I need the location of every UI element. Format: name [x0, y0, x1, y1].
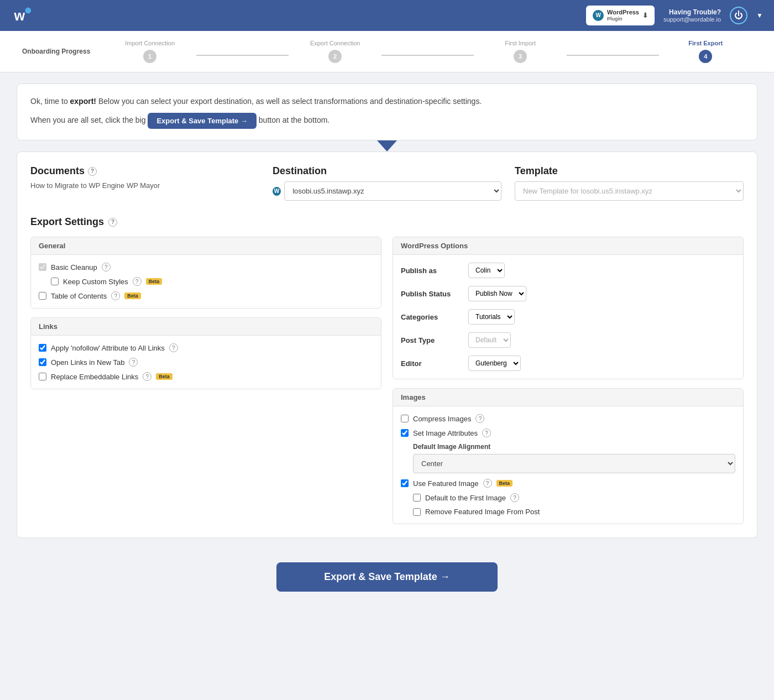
compress-images-help[interactable]: ?: [475, 414, 484, 423]
triangle-pointer-wrapper: [17, 140, 757, 152]
chevron-down-icon[interactable]: ▼: [756, 12, 763, 19]
power-button[interactable]: ⏻: [730, 7, 747, 24]
keep-custom-styles-help[interactable]: ?: [133, 277, 142, 286]
progress-label: Onboarding Progress: [22, 48, 90, 55]
table-of-contents-help[interactable]: ?: [111, 291, 120, 300]
keep-custom-styles-checkbox[interactable]: [51, 278, 59, 285]
images-group: Images Compress Images ? Set Image Attri…: [393, 388, 744, 524]
download-icon: ⬇: [642, 12, 648, 19]
template-title: Template: [515, 165, 744, 177]
right-settings-col: WordPress Options Publish as Colin Publi…: [393, 237, 744, 524]
use-featured-image-row: Use Featured Image ? Beta: [401, 479, 735, 488]
destination-select-wrapper: W losobi.us5.instawp.xyz: [273, 181, 501, 201]
app-logo: w: [11, 4, 33, 27]
settings-card: Documents ? How to Migrate to WP Engine …: [17, 152, 757, 538]
default-alignment-select-wrapper: Center Left Right None: [413, 454, 735, 473]
table-of-contents-row: Table of Contents ? Beta: [39, 291, 373, 300]
step-connector-1: [196, 55, 289, 56]
wp-btn-text: WordPress Plugin: [607, 9, 639, 22]
replace-embeddable-row: Replace Embeddable Links ? Beta: [39, 372, 373, 381]
use-featured-image-checkbox[interactable]: [401, 479, 409, 487]
table-of-contents-badge: Beta: [124, 292, 141, 299]
use-featured-image-badge: Beta: [496, 480, 513, 487]
basic-cleanup-help[interactable]: ?: [102, 263, 111, 271]
default-alignment-select[interactable]: Center Left Right None: [413, 454, 735, 473]
links-group: Links Apply 'nofollow' Attribute to All …: [30, 317, 381, 389]
replace-embeddable-badge: Beta: [156, 373, 172, 380]
compress-images-label: Compress Images: [413, 415, 471, 423]
ddt-row: Documents ? How to Migrate to WP Engine …: [30, 165, 744, 201]
general-body: Basic Cleanup ? Keep Custom Styles ? Bet…: [31, 255, 381, 308]
table-of-contents-label: Table of Contents: [51, 292, 107, 300]
left-settings-col: General Basic Cleanup ? Keep Custom Styl…: [30, 237, 381, 524]
categories-label: Categories: [401, 313, 462, 321]
replace-embeddable-help[interactable]: ?: [143, 372, 151, 381]
use-featured-image-label: Use Featured Image: [413, 479, 479, 488]
progress-steps: Import Connection 1 Export Connection 2 …: [103, 40, 752, 63]
post-type-label: Post Type: [401, 336, 462, 344]
post-type-select[interactable]: Default: [468, 332, 511, 348]
wp-options-group: WordPress Options Publish as Colin Publi…: [393, 237, 744, 379]
header-right: W WordPress Plugin ⬇ Having Trouble? sup…: [586, 6, 763, 25]
intro-line1: Ok, time to export! Below you can select…: [30, 95, 744, 107]
open-new-tab-row: Open Links in New Tab ?: [39, 358, 373, 367]
publish-status-row: Publish Status Publish Now Draft Schedul…: [401, 286, 735, 301]
images-header: Images: [393, 389, 743, 406]
progress-step-export-connection: Export Connection 2: [289, 40, 381, 63]
documents-help-icon[interactable]: ?: [88, 167, 97, 176]
links-body: Apply 'nofollow' Attribute to All Links …: [31, 336, 381, 389]
publish-status-select[interactable]: Publish Now Draft Scheduled: [468, 286, 526, 301]
table-of-contents-checkbox[interactable]: [39, 292, 46, 300]
intro-line2: When you are all set, click the big Expo…: [30, 113, 744, 129]
keep-custom-styles-row: Keep Custom Styles ? Beta: [51, 277, 373, 286]
compress-images-row: Compress Images ?: [401, 414, 735, 423]
step-connector-2: [381, 55, 474, 56]
open-new-tab-help[interactable]: ?: [129, 358, 138, 367]
svg-point-1: [25, 8, 31, 14]
remove-featured-image-label: Remove Featured Image From Post: [425, 508, 540, 516]
export-save-inline-button[interactable]: Export & Save Template →: [148, 113, 256, 129]
apply-nofollow-row: Apply 'nofollow' Attribute to All Links …: [39, 343, 373, 352]
export-save-template-button[interactable]: Export & Save Template →: [276, 562, 498, 592]
set-image-attributes-checkbox[interactable]: [401, 429, 409, 437]
open-new-tab-checkbox[interactable]: [39, 358, 46, 366]
publish-as-select[interactable]: Colin: [468, 263, 505, 278]
apply-nofollow-checkbox[interactable]: [39, 344, 46, 352]
documents-section: Documents ? How to Migrate to WP Engine …: [30, 165, 259, 201]
template-select[interactable]: New Template for losobi.us5.instawp.xyz: [515, 181, 744, 201]
apply-nofollow-help[interactable]: ?: [169, 343, 178, 352]
set-image-attributes-help[interactable]: ?: [482, 429, 491, 437]
editor-select[interactable]: Gutenberg Classic: [468, 356, 521, 371]
set-image-attributes-label: Set Image Attributes: [413, 429, 478, 437]
editor-row: Editor Gutenberg Classic: [401, 356, 735, 371]
default-to-first-image-checkbox[interactable]: [413, 494, 421, 502]
basic-cleanup-row: Basic Cleanup ?: [39, 263, 373, 271]
export-settings-help-icon[interactable]: ?: [108, 218, 117, 227]
compress-images-checkbox[interactable]: [401, 415, 409, 422]
general-group: General Basic Cleanup ? Keep Custom Styl…: [30, 237, 381, 309]
step-connector-3: [567, 55, 660, 56]
general-header: General: [31, 237, 381, 255]
use-featured-image-help[interactable]: ?: [483, 479, 492, 488]
documents-title: Documents ?: [30, 165, 259, 177]
default-to-first-image-label: Default to the First Image: [425, 494, 506, 502]
replace-embeddable-checkbox[interactable]: [39, 373, 46, 380]
two-col-settings: General Basic Cleanup ? Keep Custom Styl…: [30, 237, 744, 524]
default-to-first-image-help[interactable]: ?: [510, 493, 519, 502]
wp-logo-destination: W: [273, 187, 281, 196]
document-name: How to Migrate to WP Engine WP Mayor: [30, 181, 259, 190]
progress-step-first-import: First Import 3: [474, 40, 567, 63]
editor-label: Editor: [401, 359, 462, 368]
progress-step-first-export: First Export 4: [659, 40, 752, 63]
links-header: Links: [31, 318, 381, 336]
remove-featured-image-row: Remove Featured Image From Post: [413, 508, 735, 516]
categories-select[interactable]: Tutorials: [468, 309, 515, 325]
apply-nofollow-label: Apply 'nofollow' Attribute to All Links: [51, 344, 165, 352]
replace-embeddable-label: Replace Embeddable Links: [51, 373, 138, 381]
remove-featured-image-checkbox[interactable]: [413, 508, 421, 516]
publish-as-label: Publish as: [401, 267, 462, 275]
post-type-row: Post Type Default: [401, 332, 735, 348]
wp-plugin-button[interactable]: W WordPress Plugin ⬇: [586, 6, 655, 25]
app-header: w W WordPress Plugin ⬇ Having Trouble? s…: [0, 0, 774, 31]
destination-select[interactable]: losobi.us5.instawp.xyz: [284, 181, 501, 201]
